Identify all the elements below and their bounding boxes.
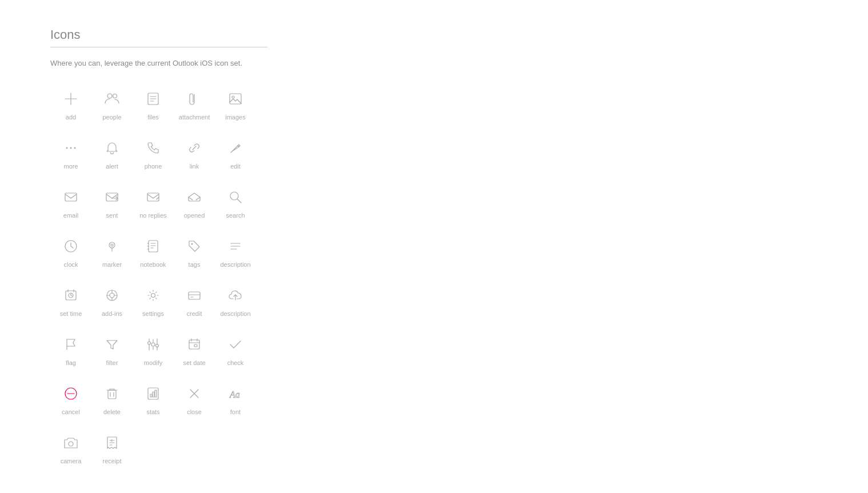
icon-item-images: images — [215, 87, 256, 121]
add-label: add — [66, 114, 76, 121]
icon-item-add-ins: add-ins — [91, 284, 133, 317]
files-icon — [142, 87, 165, 110]
alert-icon — [101, 137, 123, 159]
svg-rect-72 — [155, 390, 157, 397]
set-time-icon — [59, 284, 82, 307]
svg-rect-13 — [65, 193, 77, 201]
delete-icon — [101, 382, 123, 405]
tags-icon — [183, 235, 206, 258]
icon-item-tags: tags — [174, 235, 215, 268]
images-icon — [224, 87, 247, 110]
camera-icon — [59, 431, 82, 454]
icon-item-notebook: notebook — [133, 235, 174, 268]
icon-item-add: add — [50, 87, 91, 121]
icon-item-delete: delete — [91, 382, 133, 415]
modify-label: modify — [144, 359, 162, 366]
attachment-label: attachment — [179, 114, 210, 121]
clock-icon — [59, 235, 82, 258]
alert-label: alert — [106, 163, 118, 170]
icon-item-close: close — [174, 382, 215, 415]
link-icon — [183, 137, 206, 159]
description2-label: description — [220, 310, 250, 317]
icon-item-font: Aa font — [215, 382, 256, 415]
description-icon — [224, 235, 247, 258]
check-icon — [224, 333, 247, 356]
svg-point-3 — [113, 94, 117, 98]
svg-point-44 — [151, 293, 155, 297]
search-icon — [224, 186, 247, 209]
icon-item-camera: camera — [50, 431, 91, 464]
icon-item-set-date: set date — [174, 333, 215, 366]
edit-label: edit — [230, 163, 241, 170]
icon-item-edit: edit — [215, 137, 256, 170]
stats-icon — [142, 382, 165, 405]
marker-label: marker — [102, 261, 122, 268]
icon-item-email: email — [50, 186, 91, 219]
notebook-icon — [142, 235, 165, 258]
close-label: close — [187, 408, 202, 415]
icon-item-search: search — [215, 186, 256, 219]
search-label: search — [226, 212, 245, 219]
cancel-label: cancel — [62, 408, 80, 415]
icon-item-filter: filter — [91, 333, 133, 366]
icon-item-more: more — [50, 137, 91, 170]
icon-item-cancel: cancel — [50, 382, 91, 415]
filter-icon — [101, 333, 123, 356]
icon-item-phone: phone — [133, 137, 174, 170]
svg-rect-62 — [194, 344, 197, 347]
svg-point-54 — [148, 342, 151, 344]
receipt-label: receipt — [102, 458, 121, 464]
set-date-label: set date — [183, 359, 205, 366]
svg-rect-71 — [153, 392, 154, 397]
notebook-label: notebook — [140, 261, 166, 268]
icon-item-attachment: attachment — [174, 87, 215, 121]
more-label: more — [63, 163, 78, 170]
icon-item-files: files — [133, 87, 174, 121]
email-label: email — [63, 212, 78, 219]
icon-item-stats: stats — [133, 382, 174, 415]
icon-item-settings: settings — [133, 284, 174, 317]
description2-icon — [224, 284, 247, 307]
svg-rect-8 — [230, 94, 241, 104]
icon-item-clock: clock — [50, 235, 91, 268]
credit-icon — [183, 284, 206, 307]
svg-text:Aa: Aa — [229, 390, 240, 399]
set-date-icon — [183, 333, 206, 356]
svg-rect-70 — [150, 394, 152, 397]
stats-label: stats — [146, 408, 159, 415]
svg-point-12 — [74, 147, 76, 149]
icon-item-marker: marker — [91, 235, 133, 268]
icon-item-modify: modify — [133, 333, 174, 366]
sent-label: sent — [106, 212, 118, 219]
font-icon: Aa — [224, 382, 247, 405]
delete-label: delete — [103, 408, 121, 415]
svg-point-18 — [230, 192, 238, 200]
settings-icon — [142, 284, 165, 307]
add-ins-label: add-ins — [102, 310, 122, 317]
camera-label: camera — [61, 458, 82, 464]
icon-item-description2: description — [215, 284, 256, 317]
svg-point-51 — [151, 343, 155, 346]
svg-point-30 — [191, 243, 193, 245]
no-replies-label: no replies — [139, 212, 167, 219]
svg-point-10 — [66, 147, 68, 149]
set-time-label: set time — [60, 310, 82, 317]
phone-icon — [142, 137, 165, 159]
tags-label: tags — [189, 261, 201, 268]
credit-label: credit — [187, 310, 202, 317]
cancel-icon — [59, 382, 82, 405]
filter-label: filter — [106, 359, 118, 366]
svg-point-22 — [111, 244, 113, 246]
clock-label: clock — [63, 261, 78, 268]
svg-point-9 — [232, 96, 234, 98]
more-icon — [59, 137, 82, 159]
people-label: people — [102, 114, 121, 121]
flag-icon — [59, 333, 82, 356]
svg-rect-66 — [108, 390, 116, 399]
icon-item-no-replies: no replies — [133, 186, 174, 219]
flag-label: flag — [66, 359, 76, 366]
icon-item-check: check — [215, 333, 256, 366]
icon-item-receipt: $ receipt — [91, 431, 133, 464]
images-label: images — [225, 114, 245, 121]
icon-item-credit: credit — [174, 284, 215, 317]
